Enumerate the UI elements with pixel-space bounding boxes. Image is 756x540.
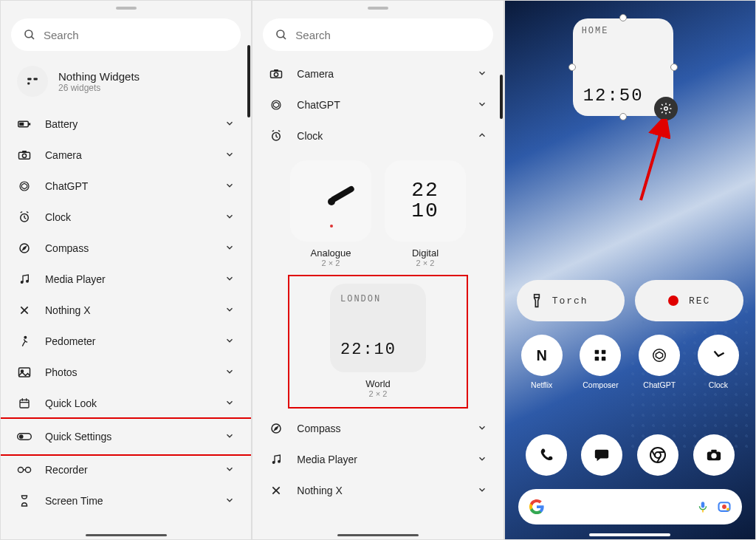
row-compass[interactable]: Compass [252,413,503,444]
camera-app[interactable] [693,434,735,476]
widget-label: World [303,378,453,389]
recorder-icon [17,465,32,474]
phone-app[interactable] [526,434,567,476]
drag-handle[interactable] [368,7,388,10]
app-netflix[interactable]: N Netflix [518,335,566,389]
home-screen[interactable]: HOME 12:50 Torch REC N Netflix Composer [504,0,756,540]
row-battery[interactable]: Battery [1,109,251,140]
scrollbar[interactable] [247,45,250,117]
world-city: LONDON [340,294,416,304]
row-nothing-x[interactable]: Nothing X [252,475,503,506]
lens-icon[interactable] [717,499,732,514]
resize-handle-right[interactable] [670,64,678,71]
row-camera[interactable]: Camera [252,58,503,89]
rec-pill[interactable]: REC [635,280,743,321]
svg-line-43 [276,137,278,138]
svg-line-1 [31,36,34,39]
toggle-icon [17,432,32,441]
category-list[interactable]: Battery Camera ChatGPT Clock Compass Med… [1,109,251,539]
chevron-down-icon [224,335,235,348]
world-widget-highlighted[interactable]: LONDON 22:10 World 2 × 2 [289,276,467,407]
clock-icon [698,335,739,376]
app-clock[interactable]: Clock [695,335,742,389]
composer-icon [580,335,621,376]
row-nothing-x[interactable]: Nothing X [1,295,251,326]
scrollbar[interactable] [500,75,503,119]
row-media-player[interactable]: Media Player [252,444,503,475]
analogue-widget[interactable]: Analogue 2 × 2 [290,160,371,267]
row-pedometer[interactable]: Pedometer [1,326,251,357]
svg-rect-10 [22,151,27,153]
chevron-down-icon [224,304,235,317]
app-label: Netflix [518,380,566,389]
widget-settings-button[interactable] [654,97,678,120]
row-label: Screen Time [45,495,211,507]
svg-rect-58 [595,357,599,361]
nav-bar[interactable] [589,533,670,536]
svg-point-73 [722,505,726,509]
messages-app[interactable] [581,434,622,476]
photos-icon [17,366,32,378]
search-input[interactable] [44,29,229,41]
google-search-bar[interactable] [518,489,742,524]
row-clock[interactable]: Clock [1,202,251,233]
world-time: 22:10 [340,341,416,359]
svg-rect-2 [27,78,31,81]
row-chatgpt[interactable]: ChatGPT [252,89,503,120]
row-media-player[interactable]: Media Player [1,264,251,295]
search-icon [275,28,288,41]
row-quick-look[interactable]: Quick Look [1,388,251,419]
resize-handle-bottom[interactable] [619,113,627,120]
widgets-header[interactable]: Nothing Widgets 26 widgets [1,58,251,109]
svg-point-33 [25,467,30,472]
search-input[interactable] [295,29,481,41]
row-camera[interactable]: Camera [1,140,251,171]
chevron-down-icon [477,454,487,466]
chevron-down-icon [224,273,235,286]
svg-marker-18 [23,247,27,250]
row-quick-settings[interactable]: Quick Settings [1,419,251,454]
row-label: Pedometer [45,335,211,347]
widgets-header-title: Nothing Widgets [58,70,140,83]
widget-picker-panel-2: Camera ChatGPT Clock Analogue 2 × 2 22 1… [252,0,504,540]
svg-point-68 [711,453,716,458]
nav-bar[interactable] [337,534,419,536]
home-clock-widget[interactable]: HOME 12:50 [573,18,673,116]
app-row: N Netflix Composer ChatGPT Clock [518,335,742,389]
resize-handle-top[interactable] [619,14,627,21]
row-chatgpt[interactable]: ChatGPT [1,171,251,202]
app-composer[interactable]: Composer [577,335,624,389]
resize-handle-left[interactable] [568,64,576,71]
search-bar[interactable] [263,18,492,51]
chevron-down-icon [477,485,487,497]
row-label: Quick Settings [45,431,211,442]
svg-line-54 [641,125,663,200]
widget-size: 2 × 2 [385,259,466,267]
alarm-icon [17,211,32,224]
chrome-app[interactable] [637,434,678,476]
digital-widget[interactable]: 22 10 Digital 2 × 2 [385,160,466,267]
svg-point-60 [653,349,666,362]
row-clock-expanded[interactable]: Clock [252,120,503,151]
nav-bar[interactable] [86,534,167,536]
row-label: Nothing X [45,304,211,316]
row-label: ChatGPT [45,180,211,192]
row-label: Camera [297,68,463,80]
app-chatgpt[interactable]: ChatGPT [636,335,683,389]
torch-pill[interactable]: Torch [517,280,625,321]
svg-point-31 [19,434,24,439]
row-label: Photos [45,366,211,378]
row-screen-time[interactable]: Screen Time [1,485,251,516]
row-recorder[interactable]: Recorder [1,454,251,485]
svg-rect-26 [20,400,29,408]
row-label: Clock [297,130,463,142]
mic-icon[interactable] [696,500,709,513]
row-photos[interactable]: Photos [1,357,251,388]
drag-handle[interactable] [116,7,137,10]
row-compass[interactable]: Compass [1,233,251,264]
widgets-header-subtitle: 26 widgets [58,83,140,93]
svg-rect-74 [726,508,729,510]
search-bar[interactable] [11,18,241,51]
chevron-down-icon [224,242,235,255]
chevron-down-icon [224,464,235,476]
